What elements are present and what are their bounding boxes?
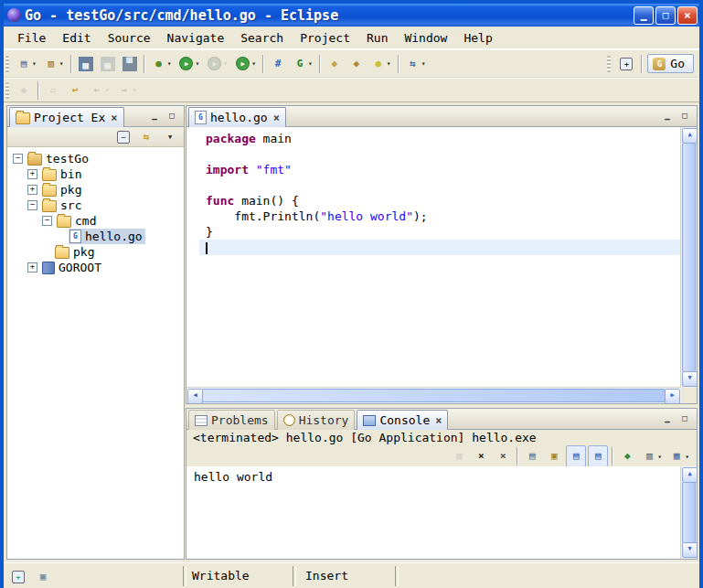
clear-console-button[interactable]: ▤ [522, 445, 542, 467]
menu-edit[interactable]: Edit [54, 28, 99, 48]
menu-project[interactable]: Project [292, 28, 358, 48]
scroll-up-button[interactable]: ▲ [682, 467, 697, 483]
new-go-element-button[interactable]: ▧▾ [41, 53, 67, 75]
console-output[interactable]: hello world ▲ ▼ [186, 466, 697, 559]
tree-item-pkg[interactable]: pkg [7, 244, 184, 260]
dropdown-arrow-icon[interactable]: ▾ [167, 59, 172, 68]
team-sync-button[interactable]: ⇆▾ [403, 53, 429, 75]
minimize-view-button[interactable]: ▁ [147, 109, 162, 123]
tree-item-testgo[interactable]: −testGo [7, 151, 184, 166]
collapse-all-button[interactable]: − [114, 126, 133, 148]
scroll-right-button[interactable]: ▶ [665, 389, 680, 403]
horizontal-scrollbar[interactable]: ◀ ▶ [186, 387, 681, 403]
search-button[interactable]: ●▾ [368, 53, 394, 75]
fast-view-button[interactable]: + [9, 566, 27, 588]
tree-entry[interactable]: bin [41, 166, 84, 182]
open-perspective-button[interactable]: + [617, 53, 635, 75]
annotation-ruler[interactable] [186, 127, 199, 388]
minimize-view-button[interactable]: ▁ [660, 412, 675, 426]
dropdown-arrow-icon[interactable]: ▾ [657, 453, 662, 461]
expand-expander-icon[interactable]: + [27, 185, 37, 195]
dropdown-arrow-icon[interactable]: ▾ [251, 59, 256, 68]
new-wizard-button[interactable]: ▤▾ [14, 53, 39, 75]
menu-run[interactable]: Run [358, 28, 396, 48]
last-edit-location-button[interactable]: ↩ [65, 80, 85, 102]
tree-entry[interactable]: src [41, 198, 84, 213]
import-archive-button[interactable]: ◆ [346, 53, 367, 75]
menu-navigate[interactable]: Navigate [159, 28, 233, 48]
tab-console[interactable]: Console× [357, 410, 448, 430]
close-button[interactable]: × [677, 6, 698, 25]
tree-item-src[interactable]: −src [7, 198, 184, 213]
expand-expander-icon[interactable]: + [27, 169, 37, 179]
scroll-down-button[interactable]: ▼ [682, 542, 697, 558]
collapse-expander-icon[interactable]: − [27, 200, 37, 210]
dropdown-arrow-icon[interactable]: ▾ [133, 86, 137, 94]
dropdown-arrow-icon[interactable]: ▾ [105, 86, 110, 94]
scrollbar-thumb[interactable] [202, 389, 666, 402]
tree-item-pkg[interactable]: +pkg [7, 182, 184, 198]
dropdown-arrow-icon[interactable]: ▾ [308, 59, 313, 68]
maximize-view-button[interactable]: □ [165, 109, 179, 123]
menu-source[interactable]: Source [100, 28, 159, 48]
pin-console-button[interactable]: ◆ [617, 445, 637, 467]
tree-entry[interactable]: cmd [56, 213, 99, 229]
display-console-button[interactable]: ▥▾ [639, 445, 665, 467]
toolbar-grip[interactable] [5, 82, 9, 99]
minimize-button[interactable]: ▁ [634, 6, 654, 25]
tree-item-goroot[interactable]: +GOROOT [7, 260, 184, 275]
print-button[interactable]: ▀ [120, 53, 140, 75]
collapse-expander-icon[interactable]: − [42, 216, 52, 226]
scroll-down-button[interactable]: ▼ [682, 371, 697, 387]
view-menu-button[interactable]: ▾ [160, 126, 180, 148]
dropdown-arrow-icon[interactable]: ▾ [223, 59, 228, 68]
show-stderr-button[interactable]: ▤ [588, 445, 608, 467]
titlebar[interactable]: Go - testGo/src/cmd/hello.go - Eclipse ▁… [4, 4, 699, 27]
menu-window[interactable]: Window [396, 28, 455, 48]
tab-problems[interactable]: Problems [188, 410, 275, 430]
project-tree[interactable]: −testGo+bin+pkg−src−cmdGhello.gopkg+GORO… [7, 147, 184, 559]
minimize-view-button[interactable]: ▁ [660, 109, 675, 123]
run-button[interactable]: ▶▾ [176, 53, 202, 75]
open-console-button[interactable]: ▦▾ [666, 445, 692, 467]
go-perspective-button[interactable]: G Go [647, 54, 694, 73]
scroll-lock-button[interactable]: ▣ [544, 445, 564, 467]
remove-all-terminated-button[interactable]: × [493, 445, 513, 467]
close-view-icon[interactable]: × [111, 112, 117, 124]
menu-search[interactable]: Search [232, 28, 292, 48]
dropdown-arrow-icon[interactable]: ▾ [195, 59, 199, 68]
tree-item-bin[interactable]: +bin [7, 166, 184, 182]
expand-expander-icon[interactable]: + [27, 262, 37, 273]
scroll-left-button[interactable]: ◀ [187, 389, 203, 403]
dropdown-arrow-icon[interactable]: ▾ [387, 59, 391, 68]
tab-project-explorer[interactable]: Project Ex × [9, 107, 124, 127]
tree-entry[interactable]: pkg [41, 182, 84, 198]
vertical-scrollbar[interactable]: ▲ ▼ [680, 466, 697, 559]
tree-entry[interactable]: testGo [27, 151, 91, 166]
scroll-up-button[interactable]: ▲ [682, 128, 697, 144]
scrollbar-thumb[interactable] [682, 482, 696, 543]
tree-item-hello-go[interactable]: Ghello.go [7, 229, 184, 244]
tree-entry[interactable]: GOROOT [41, 260, 104, 275]
launch-status-icon[interactable]: ▣ [33, 566, 53, 588]
tree-selection[interactable]: Ghello.go [69, 229, 145, 244]
maximize-button[interactable]: □ [655, 6, 676, 25]
open-archive-button[interactable]: ◆ [325, 53, 345, 75]
link-with-editor-button[interactable]: ⇆ [136, 126, 156, 148]
show-stdout-button[interactable]: ▤ [566, 445, 586, 467]
dropdown-arrow-icon[interactable]: ▾ [685, 453, 689, 461]
collapse-expander-icon[interactable]: − [13, 154, 23, 164]
toolbar-grip[interactable] [5, 56, 9, 72]
tree-entry[interactable]: pkg [54, 244, 97, 260]
dropdown-arrow-icon[interactable]: ▾ [421, 59, 426, 68]
maximize-view-button[interactable]: □ [677, 412, 692, 426]
go-tools-button[interactable]: G▾ [290, 53, 315, 75]
remove-launch-button[interactable]: × [471, 445, 491, 467]
vertical-scrollbar[interactable]: ▲ ▼ [680, 127, 697, 388]
scrollbar-thumb[interactable] [682, 143, 696, 372]
close-tab-icon[interactable]: × [273, 112, 280, 124]
code-area[interactable]: package mainimport "fmt"func main() { fm… [199, 127, 681, 388]
menu-file[interactable]: File [9, 28, 54, 48]
debug-button[interactable]: ●▾ [149, 53, 175, 75]
menu-help[interactable]: Help [455, 28, 500, 48]
